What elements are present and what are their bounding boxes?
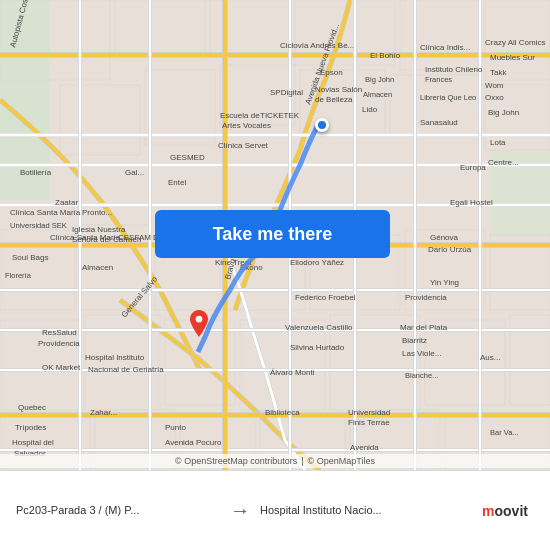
copyright-bar: © OpenStreetMap contributors | © OpenMap… xyxy=(0,454,550,468)
svg-text:Nacional de Geriatría: Nacional de Geriatría xyxy=(88,365,164,374)
svg-text:Quebec: Quebec xyxy=(18,403,46,412)
svg-text:Álvaro Monti: Álvaro Monti xyxy=(270,368,315,377)
svg-text:Finis Terrae: Finis Terrae xyxy=(348,418,390,427)
svg-rect-5 xyxy=(400,0,480,70)
svg-text:Universidad SEK: Universidad SEK xyxy=(10,221,67,230)
svg-text:Avenida Pocuro: Avenida Pocuro xyxy=(165,438,222,447)
svg-text:Trípodes: Trípodes xyxy=(15,423,46,432)
arrow-icon: → xyxy=(226,499,254,522)
svg-text:TICKETEK: TICKETEK xyxy=(260,111,300,120)
svg-text:Almacen: Almacen xyxy=(82,263,113,272)
svg-text:Yin Ying: Yin Ying xyxy=(430,278,459,287)
svg-text:SPDigital: SPDigital xyxy=(270,88,303,97)
svg-text:Avenida: Avenida xyxy=(350,443,379,452)
svg-text:Zahar...: Zahar... xyxy=(90,408,117,417)
svg-text:Zaatar: Zaatar xyxy=(55,198,78,207)
svg-text:Botillería: Botillería xyxy=(20,168,52,177)
svg-text:Artes Vocales: Artes Vocales xyxy=(222,121,271,130)
svg-text:Blanche...: Blanche... xyxy=(405,371,438,380)
svg-text:Entel: Entel xyxy=(168,178,186,187)
svg-text:Federico Froebel: Federico Froebel xyxy=(295,293,356,302)
svg-text:OK Market: OK Market xyxy=(42,363,81,372)
copyright-osm: © OpenStreetMap contributors xyxy=(175,456,297,466)
svg-text:Universidad: Universidad xyxy=(348,408,390,417)
svg-text:Gal...: Gal... xyxy=(125,168,144,177)
svg-text:Las Viole...: Las Viole... xyxy=(402,349,441,358)
svg-text:Providencia: Providencia xyxy=(405,293,447,302)
svg-text:Bar Va...: Bar Va... xyxy=(490,428,519,437)
svg-text:Valenzuela Castillo: Valenzuela Castillo xyxy=(285,323,353,332)
svg-text:Lota: Lota xyxy=(490,138,506,147)
take-me-there-button[interactable]: Take me there xyxy=(155,210,390,258)
svg-text:Providencia: Providencia xyxy=(38,339,80,348)
bottom-bar: Pc203-Parada 3 / (M) P... → Hospital Ins… xyxy=(0,470,550,550)
svg-text:Egali Hostel: Egali Hostel xyxy=(450,198,493,207)
svg-text:Hospital Instituto: Hospital Instituto xyxy=(85,353,145,362)
svg-text:Europa: Europa xyxy=(460,163,486,172)
svg-text:Librería Que Leo: Librería Que Leo xyxy=(420,93,476,102)
svg-text:Escuela de: Escuela de xyxy=(220,111,260,120)
svg-text:El Bohío: El Bohío xyxy=(370,51,401,60)
svg-text:Ciclovía Andrés Be...: Ciclovía Andrés Be... xyxy=(280,41,354,50)
svg-text:Muebles Sur: Muebles Sur xyxy=(490,53,535,62)
svg-text:Wom: Wom xyxy=(485,81,504,90)
svg-text:Takk: Takk xyxy=(490,68,507,77)
svg-text:de Belleza: de Belleza xyxy=(315,95,353,104)
origin-label: Pc203-Parada 3 / (M) P... xyxy=(10,503,226,517)
svg-text:Big John: Big John xyxy=(488,108,519,117)
svg-text:Clínica Servet: Clínica Servet xyxy=(218,141,269,150)
svg-text:Novias Salón: Novias Salón xyxy=(315,85,362,94)
svg-point-151 xyxy=(196,316,203,323)
svg-rect-3 xyxy=(210,0,290,55)
svg-text:Hospital del: Hospital del xyxy=(12,438,54,447)
svg-text:Lido: Lido xyxy=(362,105,378,114)
svg-text:ResSalud: ResSalud xyxy=(42,328,77,337)
svg-text:Biarritz: Biarritz xyxy=(402,336,427,345)
svg-rect-9 xyxy=(60,85,140,155)
svg-text:Crazy All Comics: Crazy All Comics xyxy=(485,38,545,47)
svg-text:Pronto...: Pronto... xyxy=(82,208,112,217)
map: Autopista Costanera Norte Ciclovía André… xyxy=(0,0,550,470)
svg-text:Génova: Génova xyxy=(430,233,459,242)
moovit-logo: moovit xyxy=(470,491,540,531)
svg-text:Florería: Florería xyxy=(5,271,32,280)
svg-text:Darío Urzúa: Darío Urzúa xyxy=(428,245,472,254)
svg-text:Almacen: Almacen xyxy=(363,90,392,99)
moovit-logo-rest: oovit xyxy=(495,503,528,519)
svg-text:Silvina Hurtado: Silvina Hurtado xyxy=(290,343,345,352)
svg-text:Soul Bags: Soul Bags xyxy=(12,253,48,262)
svg-rect-27 xyxy=(425,320,505,405)
svg-text:Big John: Big John xyxy=(365,75,394,84)
svg-rect-2 xyxy=(115,0,205,60)
svg-text:Sanasalud: Sanasalud xyxy=(420,118,458,127)
svg-text:Eliodoro Yáñez: Eliodoro Yáñez xyxy=(290,258,344,267)
svg-text:Frances: Frances xyxy=(425,75,452,84)
svg-text:Oxxo: Oxxo xyxy=(485,93,504,102)
svg-text:Epson: Epson xyxy=(320,68,343,77)
svg-text:GESMED: GESMED xyxy=(170,153,205,162)
svg-text:Mar del Plata: Mar del Plata xyxy=(400,323,448,332)
svg-text:Aus...: Aus... xyxy=(480,353,500,362)
svg-text:Centre...: Centre... xyxy=(488,158,519,167)
origin-dot xyxy=(315,118,329,132)
moovit-logo-m: m xyxy=(482,503,494,519)
svg-text:Clínica Indis...: Clínica Indis... xyxy=(420,43,470,52)
destination-pin xyxy=(185,310,213,346)
copyright-separator: | xyxy=(301,456,303,466)
svg-text:Instituto Chileno: Instituto Chileno xyxy=(425,65,483,74)
svg-text:Clínica Santa María: Clínica Santa María xyxy=(10,208,81,217)
svg-text:Punto: Punto xyxy=(165,423,186,432)
copyright-omt: © OpenMapTiles xyxy=(308,456,375,466)
svg-text:Biblioteca: Biblioteca xyxy=(265,408,300,417)
destination-label: Hospital Instituto Nacio... xyxy=(254,503,470,517)
svg-rect-15 xyxy=(0,230,75,310)
